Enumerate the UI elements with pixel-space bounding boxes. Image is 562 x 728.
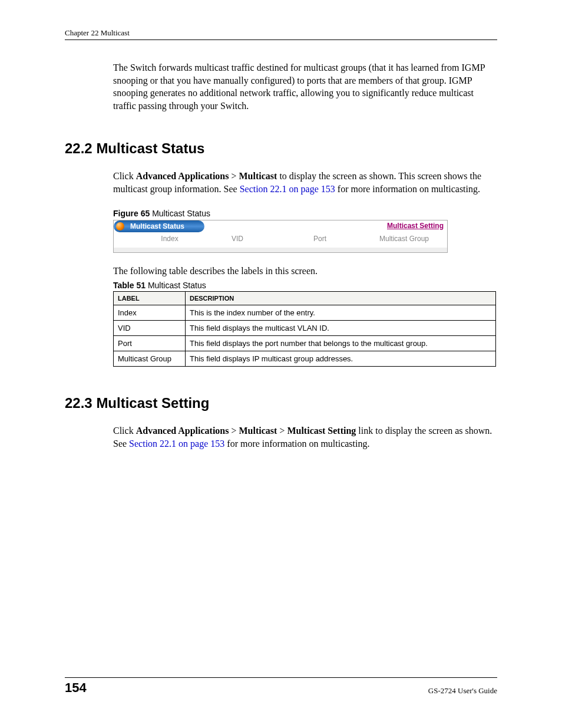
text: Click: [113, 426, 136, 436]
figure-65-caption: Figure 65 Multicast Status: [113, 209, 497, 218]
figure-title: Multicast Status: [150, 209, 210, 218]
text: >: [229, 426, 239, 436]
text: for more information on multicasting.: [224, 439, 369, 449]
nav-path-advanced-applications: Advanced Applications: [136, 426, 229, 436]
section-22-3-paragraph: Click Advanced Applications > Multicast …: [113, 424, 497, 450]
chapter-header: Chapter 22 Multicast: [65, 28, 497, 40]
row-desc: This is the index number of the entry.: [186, 305, 496, 321]
table-title: Multicast Status: [146, 281, 206, 290]
nav-path-multicast-setting: Multicast Setting: [287, 426, 356, 436]
page-footer: 154 GS-2724 User's Guide: [65, 677, 497, 696]
screenshot-header: Multicast Status Multicast Setting: [114, 220, 447, 232]
guide-title: GS-2724 User's Guide: [428, 686, 497, 696]
table-row: Multicast Group This field displays IP m…: [114, 351, 496, 367]
section-22-1-link[interactable]: Section 22.1 on page 153: [129, 439, 224, 449]
nav-path-advanced-applications: Advanced Applications: [136, 171, 229, 181]
figure-label: Figure 65: [113, 209, 150, 218]
col-vid: VID: [196, 235, 279, 243]
text: for more information on multicasting.: [335, 184, 480, 194]
multicast-status-table: LABEL DESCRIPTION Index This is the inde…: [113, 291, 496, 367]
text: Click: [113, 171, 136, 181]
table-label: Table 51: [113, 281, 146, 290]
tab-ball-icon: [116, 222, 124, 230]
tab-left-icon: [114, 220, 121, 232]
tab-right-icon: [189, 220, 204, 232]
multicast-setting-link[interactable]: Multicast Setting: [387, 222, 444, 230]
row-label: VID: [114, 321, 186, 336]
text: >: [229, 171, 239, 181]
row-label: Index: [114, 305, 186, 321]
row-label: Multicast Group: [114, 351, 186, 367]
table-intro-paragraph: The following table describes the labels…: [113, 265, 497, 278]
multicast-status-screenshot: Multicast Status Multicast Setting Index…: [113, 220, 448, 253]
col-index: Index: [114, 235, 196, 243]
th-description: DESCRIPTION: [186, 292, 496, 305]
table-row: Index This is the index number of the en…: [114, 305, 496, 321]
tab-shape: Multicast Status: [114, 220, 204, 232]
th-label: LABEL: [114, 292, 186, 305]
row-desc: This field displays the multicast VLAN I…: [186, 321, 496, 336]
section-22-3-heading: 22.3 Multicast Setting: [65, 395, 497, 411]
row-desc: This field displays IP multicast group a…: [186, 351, 496, 367]
table-row: Port This field displays the port number…: [114, 336, 496, 351]
col-port: Port: [279, 235, 361, 243]
intro-paragraph: The Switch forwards multicast traffic de…: [113, 61, 497, 112]
screenshot-columns: Index VID Port Multicast Group: [114, 232, 447, 248]
table-row: VID This field displays the multicast VL…: [114, 321, 496, 336]
section-22-1-link[interactable]: Section 22.1 on page 153: [240, 184, 335, 194]
table-51-caption: Table 51 Multicast Status: [113, 281, 497, 290]
text: >: [277, 426, 287, 436]
row-desc: This field displays the port number that…: [186, 336, 496, 351]
row-label: Port: [114, 336, 186, 351]
section-22-2-paragraph: Click Advanced Applications > Multicast …: [113, 170, 497, 195]
table-header-row: LABEL DESCRIPTION: [114, 292, 496, 305]
tab-title: Multicast Status: [121, 220, 189, 232]
screenshot-empty-row: [114, 248, 447, 252]
page-number: 154: [65, 680, 87, 696]
nav-path-multicast: Multicast: [239, 171, 277, 181]
section-22-2-heading: 22.2 Multicast Status: [65, 140, 497, 157]
col-mgroup: Multicast Group: [361, 235, 447, 243]
nav-path-multicast: Multicast: [239, 426, 277, 436]
